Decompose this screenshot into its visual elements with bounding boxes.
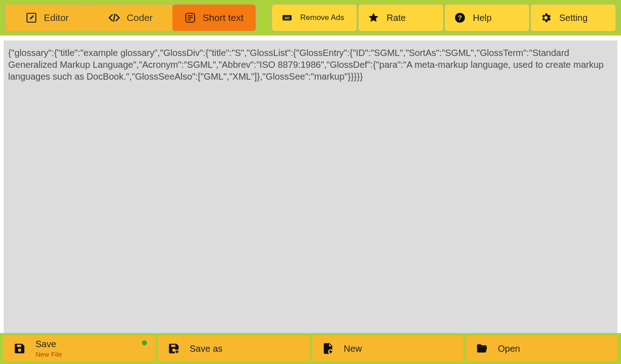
tab-editor[interactable]: Editor [5,5,89,31]
utility-buttons: AD Remove Ads Rate ? Help [270,3,617,33]
star-icon [368,12,379,24]
save-as-label: Save as [190,344,222,354]
save-labels: Save New File [35,339,62,358]
rate-button[interactable]: Rate [358,5,443,31]
save-as-button[interactable]: Save as [158,336,309,361]
save-as-icon [167,342,181,355]
new-label: New [344,344,362,354]
text-editor[interactable]: {"glossary":{"title":"example glossary",… [4,40,617,333]
setting-button[interactable]: Setting [531,5,616,31]
remove-ads-button[interactable]: AD Remove Ads [272,5,357,31]
gear-icon [540,12,552,24]
save-button[interactable]: Save New File [4,336,155,361]
svg-line-1 [114,14,115,21]
mode-tabs: Editor Coder Short text [4,3,257,33]
open-label: Open [498,344,520,354]
tab-label: Editor [44,12,69,23]
util-label: Help [473,13,492,23]
top-toolbar: Editor Coder Short text [0,0,621,35]
open-button[interactable]: Open [466,336,617,361]
unsaved-indicator-icon [142,340,147,345]
new-button[interactable]: New [312,336,464,361]
util-label: Setting [559,13,587,23]
svg-text:?: ? [458,14,462,21]
code-icon [108,12,120,24]
tab-label: Short text [202,12,243,23]
edit-icon [25,12,37,24]
ad-icon: AD [281,12,293,24]
save-sublabel: New File [35,350,62,358]
svg-text:AD: AD [284,16,290,20]
tab-coder[interactable]: Coder [89,5,172,31]
content-area: {"glossary":{"title":"example glossary",… [0,35,621,333]
help-icon: ? [454,12,466,24]
tab-label: Coder [126,12,152,23]
util-label: Rate [387,13,406,23]
short-text-icon [184,12,196,24]
tab-short-text[interactable]: Short text [172,5,256,31]
help-button[interactable]: ? Help [445,5,530,31]
save-icon [13,342,26,355]
bottom-toolbar: Save New File Save as New [0,333,621,364]
open-folder-icon [475,342,489,355]
util-label: Remove Ads [300,14,344,22]
save-label: Save [35,339,62,349]
new-file-icon [321,342,335,355]
